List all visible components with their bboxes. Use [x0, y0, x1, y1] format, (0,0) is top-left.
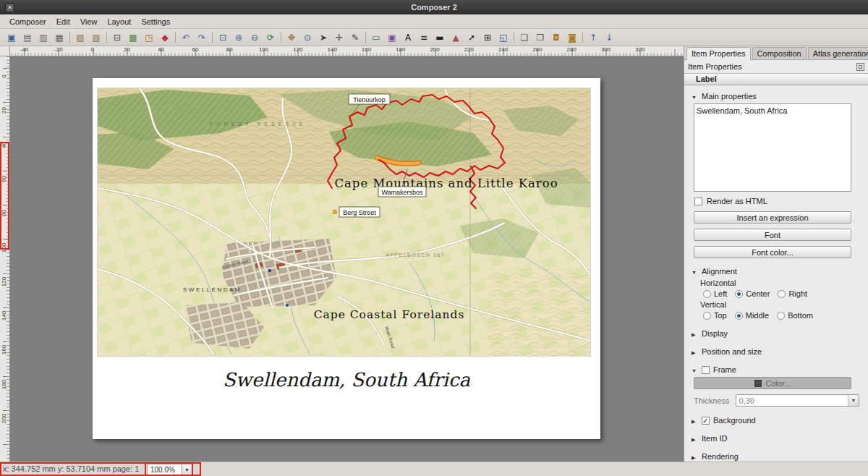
frame-color-button[interactable]: Color...	[694, 377, 851, 389]
zoom-in-icon[interactable]: ⊕	[231, 30, 247, 45]
toolbar-separator	[365, 32, 366, 43]
align-middle-option[interactable]: Middle	[735, 311, 769, 320]
menu-view[interactable]: View	[75, 16, 103, 27]
align-top-radio[interactable]	[703, 312, 711, 320]
window-title: Composer 2	[0, 3, 868, 12]
item-properties-panel: Item Properties Composition Atlas genera…	[684, 46, 868, 462]
export-image-icon[interactable]: ▩	[125, 30, 141, 45]
zoom-dropdown-arrow-icon[interactable]: ▼	[182, 464, 192, 475]
zoom-combo[interactable]: 100.0% ▼	[147, 464, 192, 475]
spinbox-arrow-icon[interactable]: ▼	[848, 395, 859, 406]
align-bottom-option[interactable]: Bottom	[777, 311, 813, 320]
align-right-radio[interactable]	[778, 290, 786, 298]
add-scalebar-icon[interactable]: ▬	[432, 30, 448, 45]
background-group-toggle[interactable]: Background	[692, 416, 859, 425]
add-arrow-icon[interactable]: ➚	[464, 30, 480, 45]
horizontal-alignment-options: Left Center Right	[703, 289, 859, 298]
canvas-area[interactable]: FOREST RESERVE SWELLENDAM APPELBOSCH 167…	[10, 56, 684, 462]
raise-items-icon[interactable]: ↑	[585, 30, 601, 45]
map-item[interactable]: FOREST RESERVE SWELLENDAM APPELBOSCH 167…	[98, 88, 590, 356]
composer-manager-icon[interactable]: ▦	[51, 30, 67, 45]
export-pdf-icon[interactable]: ◆	[157, 30, 173, 45]
save-template-icon[interactable]: ▨	[88, 30, 104, 45]
lock-items-icon[interactable]: ◘	[548, 30, 564, 45]
select-move-item-icon[interactable]: ➤	[315, 30, 331, 45]
frame-group-toggle[interactable]: Frame	[692, 365, 859, 374]
font-color-button[interactable]: Font color...	[694, 246, 851, 258]
insert-expression-button[interactable]: Insert an expression	[694, 211, 851, 224]
add-map-icon[interactable]: ▭	[368, 30, 384, 45]
hruler-label: 40	[158, 46, 164, 53]
hruler-label: -40	[20, 46, 29, 53]
align-center-radio[interactable]	[735, 290, 743, 298]
move-content-icon[interactable]: ✛	[331, 30, 347, 45]
redo-icon[interactable]: ↷	[194, 30, 210, 45]
main-properties-group-toggle[interactable]: Main properties	[692, 92, 859, 101]
background-checkbox[interactable]	[702, 417, 710, 425]
hruler-label: 20	[124, 46, 130, 53]
menu-edit[interactable]: Edit	[51, 16, 75, 27]
export-svg-icon[interactable]: ◳	[141, 30, 157, 45]
print-icon[interactable]: ⊟	[109, 30, 125, 45]
window-close-icon[interactable]: ✕	[5, 3, 14, 12]
tab-atlas-generation[interactable]: Atlas generation	[808, 47, 868, 59]
add-legend-icon[interactable]: ≡	[416, 30, 432, 45]
vertical-ruler[interactable]: 020406080100120140160180200	[0, 56, 10, 462]
render-as-html-checkbox[interactable]	[694, 197, 702, 205]
align-left-radio[interactable]	[703, 290, 711, 298]
map-region-label-forelands: Cape Coastal Forelands	[314, 308, 465, 321]
page-caption-label[interactable]: Swellendam, South Africa	[93, 369, 600, 391]
thickness-value[interactable]: 0,30	[736, 396, 848, 405]
add-table-icon[interactable]: ⊞	[480, 30, 495, 45]
zoom-level-field[interactable]: 100.0%	[147, 464, 182, 475]
frame-checkbox[interactable]	[702, 366, 710, 374]
add-label-icon[interactable]: A	[400, 30, 416, 45]
edit-nodes-icon[interactable]: ✎	[347, 30, 363, 45]
frame-label: Frame	[713, 365, 736, 374]
thickness-spinbox[interactable]: 0,30 ▼	[736, 394, 859, 407]
new-composer-icon[interactable]: ▤	[20, 30, 35, 45]
menu-layout[interactable]: Layout	[102, 16, 136, 27]
align-top-option[interactable]: Top	[703, 311, 727, 320]
align-right-option[interactable]: Right	[778, 289, 807, 298]
tab-composition[interactable]: Composition	[752, 47, 807, 59]
menu-composer[interactable]: Composer	[4, 16, 51, 27]
lower-items-icon[interactable]: ↓	[601, 30, 617, 45]
align-bottom-radio[interactable]	[777, 312, 785, 320]
zoom-tool-icon[interactable]: ⊙	[299, 30, 315, 45]
horizontal-ruler[interactable]: -40-200204060801001201401601802002202402…	[10, 46, 684, 56]
position-size-label: Position and size	[702, 347, 762, 356]
refresh-icon[interactable]: ⟳	[263, 30, 278, 45]
add-image-icon[interactable]: ▣	[384, 30, 400, 45]
rendering-group-toggle[interactable]: Rendering	[692, 452, 859, 461]
undo-icon[interactable]: ↶	[178, 30, 194, 45]
align-left-option[interactable]: Left	[703, 289, 727, 298]
pan-icon[interactable]: ✥	[284, 30, 299, 45]
align-center-option[interactable]: Center	[735, 289, 770, 298]
save-project-icon[interactable]: ▣	[4, 30, 20, 45]
unlock-items-icon[interactable]: ◙	[564, 30, 580, 45]
display-group-toggle[interactable]: Display	[692, 329, 859, 338]
add-html-icon[interactable]: ◱	[495, 30, 511, 45]
hruler-label: 120	[293, 46, 302, 53]
position-size-group-toggle[interactable]: Position and size	[692, 347, 859, 356]
composer-page[interactable]: FOREST RESERVE SWELLENDAM APPELBOSCH 167…	[93, 78, 600, 439]
group-items-icon[interactable]: ❑	[516, 30, 532, 45]
alignment-group-toggle[interactable]: Alignment	[692, 267, 859, 276]
menu-settings[interactable]: Settings	[136, 16, 175, 27]
tab-item-properties[interactable]: Item Properties	[686, 47, 751, 60]
zoom-out-icon[interactable]: ⊖	[247, 30, 263, 45]
add-shape-icon[interactable]: ▲	[448, 30, 464, 45]
render-as-html-row[interactable]: Render as HTML	[694, 197, 859, 205]
font-button[interactable]: Font	[694, 229, 851, 241]
ungroup-items-icon[interactable]: ❒	[532, 30, 548, 45]
align-middle-radio[interactable]	[735, 312, 743, 320]
load-template-icon[interactable]: ▧	[72, 30, 88, 45]
duplicate-composer-icon[interactable]: ▥	[35, 30, 51, 45]
zoom-full-icon[interactable]: ⊡	[215, 30, 231, 45]
panel-float-icon[interactable]	[856, 63, 864, 71]
label-text-input[interactable]: Swellendam, South Africa	[694, 103, 851, 192]
map-callout-berg-street: Berg Street	[333, 207, 380, 217]
rendering-label: Rendering	[702, 452, 739, 461]
item-id-group-toggle[interactable]: Item ID	[692, 434, 859, 443]
